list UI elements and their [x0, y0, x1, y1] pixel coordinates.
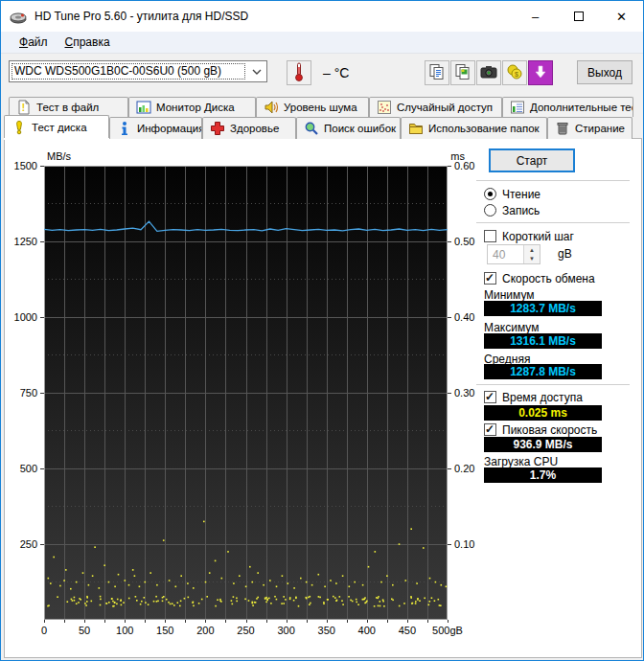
transfer-rate-checkbox[interactable]	[484, 272, 496, 285]
folder-icon	[408, 121, 424, 136]
donate-icon: $	[506, 63, 523, 83]
svg-text:450: 450	[399, 625, 416, 636]
svg-text:250: 250	[237, 625, 254, 636]
write-radio-row[interactable]: Запись	[484, 203, 540, 217]
tab-noise-level[interactable]: Уровень шума	[256, 97, 369, 117]
exclamation-icon	[12, 120, 27, 135]
separator	[476, 180, 630, 181]
svg-text:0.10: 0.10	[454, 538, 474, 550]
svg-text:150: 150	[156, 625, 173, 636]
donate-button[interactable]: $	[502, 60, 527, 85]
stride-size-stepper[interactable]: 40 ▲ ▼	[487, 244, 540, 264]
svg-text:350: 350	[318, 625, 335, 636]
tab-extra-tests[interactable]: Дополнительные тесты	[502, 97, 633, 117]
cpu-usage-label: Загрузка CPU	[484, 455, 558, 468]
svg-text:1500: 1500	[14, 160, 37, 171]
svg-text:!: !	[22, 103, 25, 113]
tab-label: Дополнительные тесты	[530, 102, 633, 113]
svg-text:0.30: 0.30	[454, 387, 474, 399]
maximum-value: 1316.1 MB/s	[484, 333, 602, 349]
stepper-up-icon[interactable]: ▲	[524, 245, 540, 255]
tab-info[interactable]: Информация	[109, 117, 202, 139]
stride-size-value: 40	[488, 245, 523, 263]
window-title: HD Tune Pro 5.60 - утилита для HD/SSD	[34, 10, 248, 23]
tab-label: Тест диска	[32, 122, 87, 133]
tab-label: Уровень шума	[284, 102, 357, 113]
average-value: 1287.8 MB/s	[484, 364, 602, 379]
tab-file-benchmark[interactable]: ! Тест в файл	[9, 97, 128, 117]
svg-text:100: 100	[116, 625, 133, 636]
tab-erase[interactable]: Стирание	[547, 117, 632, 139]
read-radio-label: Чтение	[502, 188, 540, 201]
transfer-rate-row[interactable]: Скорость обмена	[484, 271, 595, 285]
extra-tests-icon	[510, 100, 525, 115]
tab-label: Здоровье	[230, 123, 279, 134]
tab-label: Тест в файл	[36, 102, 99, 113]
tab-error-scan[interactable]: Поиск ошибок	[296, 117, 401, 139]
svg-text:750: 750	[20, 387, 37, 399]
transfer-rate-label: Скорость обмена	[502, 272, 595, 285]
burst-rate-row[interactable]: Пиковая скорость	[484, 422, 597, 437]
start-button[interactable]: Старт	[489, 148, 575, 172]
exit-button[interactable]: Выход	[577, 60, 632, 84]
short-stride-checkbox[interactable]	[484, 230, 496, 242]
burst-rate-checkbox[interactable]	[484, 423, 496, 436]
minimize-icon: –	[532, 10, 539, 24]
close-button[interactable]: ✕	[600, 1, 643, 32]
maximum-label: Максимум	[484, 321, 539, 334]
svg-text:$: $	[515, 71, 518, 78]
svg-text:0.50: 0.50	[454, 236, 474, 247]
read-radio[interactable]	[484, 188, 496, 200]
tab-label: Монитор Диска	[156, 102, 235, 113]
svg-text:200: 200	[196, 625, 214, 636]
write-radio[interactable]	[484, 204, 496, 217]
short-stride-row[interactable]: Короткий шаг	[484, 229, 574, 243]
menubar: Файл Справка	[1, 32, 643, 54]
menu-file[interactable]: Файл	[11, 34, 57, 51]
access-time-label: Время доступа	[502, 391, 583, 404]
tab-random-access[interactable]: Случайный доступ	[369, 97, 502, 117]
tab-label: Стирание	[575, 123, 625, 134]
tab-health[interactable]: Здоровье	[202, 117, 296, 139]
minimize-button[interactable]: –	[514, 1, 557, 32]
random-access-icon	[377, 100, 392, 115]
cpu-usage-value: 1.7%	[484, 467, 602, 483]
save-results-button[interactable]	[528, 60, 553, 85]
tab-benchmark[interactable]: Тест диска	[4, 115, 109, 138]
temperature-button[interactable]	[287, 60, 311, 85]
write-radio-label: Запись	[502, 204, 540, 217]
svg-text:500: 500	[20, 463, 37, 474]
stepper-down-icon[interactable]: ▼	[524, 255, 540, 264]
drive-select[interactable]: WDC WDS500G1B0C-00S6U0 (500 gB)	[9, 60, 267, 82]
copy-image-button[interactable]	[450, 60, 475, 85]
svg-text:1250: 1250	[14, 236, 37, 247]
svg-text:50: 50	[79, 625, 90, 636]
maximize-button[interactable]	[557, 1, 600, 32]
svg-text:1000: 1000	[14, 311, 37, 323]
menu-help[interactable]: Справка	[57, 34, 119, 51]
svg-text:MB/s: MB/s	[47, 150, 72, 162]
file-test-icon: !	[16, 100, 32, 115]
access-time-checkbox[interactable]	[484, 391, 496, 403]
copy-text-button[interactable]	[425, 60, 449, 85]
tab-disk-monitor[interactable]: Монитор Диска	[128, 97, 256, 117]
separator	[476, 384, 630, 385]
close-icon: ✕	[616, 10, 627, 24]
access-time-row[interactable]: Время доступа	[484, 390, 583, 404]
screenshot-button[interactable]	[476, 60, 501, 85]
read-radio-row[interactable]: Чтение	[484, 187, 540, 201]
benchmark-page: 2505007501000125015000.100.200.300.400.5…	[4, 138, 642, 658]
svg-text:400: 400	[358, 625, 376, 636]
short-stride-label: Короткий шаг	[502, 230, 574, 243]
separator	[476, 222, 630, 223]
svg-text:0.20: 0.20	[454, 463, 474, 474]
disk-monitor-icon	[136, 100, 151, 115]
tab-label: Использование папок	[428, 123, 540, 134]
tab-label: Случайный доступ	[397, 102, 493, 113]
svg-text:0.40: 0.40	[454, 311, 474, 323]
copy-report-icon	[428, 63, 446, 83]
toolbar: WDC WDS500G1B0C-00S6U0 (500 gB) – °C	[1, 55, 643, 95]
tab-folder-usage[interactable]: Использование папок	[401, 117, 547, 139]
svg-text:250: 250	[20, 538, 37, 550]
copy-image-icon	[454, 63, 472, 83]
